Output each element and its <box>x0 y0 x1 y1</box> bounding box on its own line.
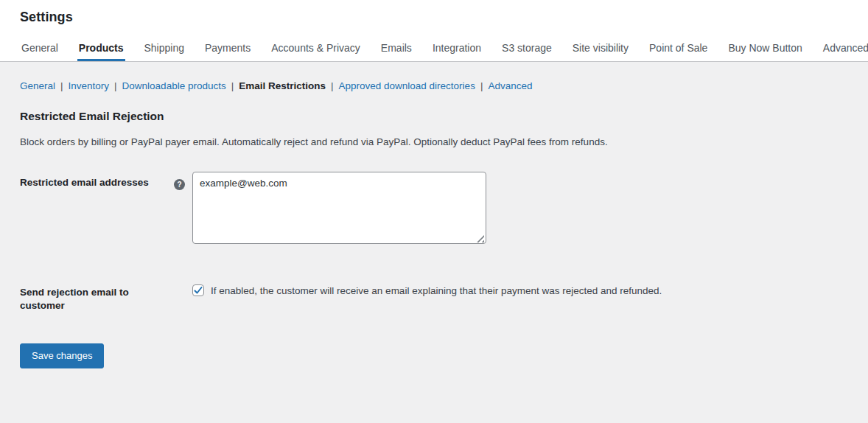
rejection-email-checkbox[interactable] <box>192 284 204 296</box>
section-description: Block orders by billing or PayPal payer … <box>20 136 848 147</box>
subnav-separator: | <box>331 80 334 91</box>
subnav-separator: | <box>231 80 234 91</box>
tab-buy-now-button[interactable]: Buy Now Button <box>727 42 803 61</box>
spacer-cell <box>167 282 192 287</box>
subnav-separator: | <box>480 80 483 91</box>
subnav-separator: | <box>60 80 63 91</box>
send-rejection-email-row: Send rejection email to customer If enab… <box>20 282 848 312</box>
tab-shipping[interactable]: Shipping <box>143 42 186 61</box>
tab-payments[interactable]: Payments <box>203 42 252 61</box>
subnav-link-approved-download-directories[interactable]: Approved download directories <box>339 80 475 91</box>
subnav-link-advanced[interactable]: Advanced <box>488 80 532 91</box>
subnav-link-inventory[interactable]: Inventory <box>69 80 110 91</box>
help-icon[interactable]: ? <box>174 179 185 190</box>
settings-tab-bar: General Products Shipping Payments Accou… <box>20 42 868 61</box>
save-button[interactable]: Save changes <box>20 343 104 368</box>
restricted-emails-textarea[interactable]: example@web.com <box>192 172 486 244</box>
tab-emails[interactable]: Emails <box>379 42 413 61</box>
send-rejection-email-label: Send rejection email to customer <box>20 282 167 312</box>
restricted-emails-label: Restricted email addresses <box>20 172 167 189</box>
tab-s3-storage[interactable]: S3 storage <box>500 42 553 61</box>
subnav-separator: | <box>114 80 117 91</box>
tab-products[interactable]: Products <box>77 42 125 61</box>
checkmark-icon <box>194 286 203 295</box>
rejection-email-description: If enabled, the customer will receive an… <box>211 284 662 298</box>
subnav-link-general[interactable]: General <box>20 80 55 91</box>
tab-site-visibility[interactable]: Site visibility <box>571 42 630 61</box>
tab-advanced[interactable]: Advanced <box>822 42 868 61</box>
section-heading: Restricted Email Rejection <box>20 110 848 123</box>
settings-content: General|Inventory|Downloadable products|… <box>0 62 868 368</box>
tab-integration[interactable]: Integration <box>431 42 483 61</box>
page-title: Settings <box>20 10 868 25</box>
restricted-emails-textarea-wrap: example@web.com <box>192 172 486 247</box>
tab-point-of-sale[interactable]: Point of Sale <box>648 42 709 61</box>
tab-general[interactable]: General <box>20 42 60 61</box>
subnav-current-email-restrictions: Email Restrictions <box>239 80 326 91</box>
restricted-emails-row: Restricted email addresses ? example@web… <box>20 172 848 247</box>
tab-accounts-privacy[interactable]: Accounts & Privacy <box>270 42 362 61</box>
settings-header: Settings General Products Shipping Payme… <box>0 0 868 62</box>
checkbox-cell: If enabled, the customer will receive an… <box>192 282 662 298</box>
help-cell: ? <box>167 172 192 190</box>
subnav-link-downloadable-products[interactable]: Downloadable products <box>122 80 226 91</box>
products-subnav: General|Inventory|Downloadable products|… <box>20 80 848 92</box>
button-row: Save changes <box>20 343 848 368</box>
